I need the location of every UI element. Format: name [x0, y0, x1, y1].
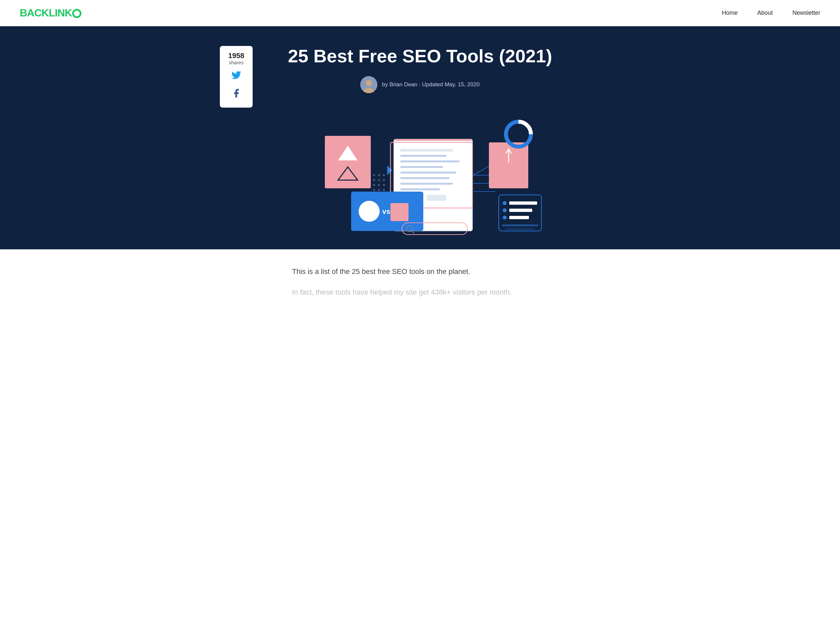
lead-paragraph: This is a list of the 25 best free SEO t… — [292, 266, 548, 277]
logo-text: BACKLINK — [20, 7, 72, 19]
svg-rect-28 — [400, 183, 453, 185]
svg-point-8 — [378, 174, 380, 176]
main-nav: Home About Newsletter — [722, 9, 820, 16]
svg-point-11 — [378, 179, 380, 181]
svg-rect-23 — [400, 155, 446, 157]
svg-rect-25 — [400, 166, 443, 168]
svg-point-1 — [366, 80, 372, 86]
author-row: by Brian Dean · Updated May. 15, 2020 — [272, 76, 568, 93]
svg-rect-22 — [400, 149, 453, 152]
svg-rect-36 — [390, 203, 408, 221]
svg-point-34 — [359, 201, 379, 222]
svg-rect-46 — [509, 209, 532, 212]
article-content: This is a list of the 25 best free SEO t… — [286, 249, 554, 318]
author-avatar — [360, 76, 377, 93]
site-header: BACKLINK Home About Newsletter — [0, 0, 840, 26]
svg-rect-44 — [509, 201, 537, 205]
article-title: 25 Best Free SEO Tools (2021) — [272, 46, 568, 66]
nav-about[interactable]: About — [757, 9, 773, 16]
svg-point-17 — [378, 189, 380, 191]
svg-rect-48 — [509, 216, 529, 219]
svg-point-45 — [503, 208, 507, 212]
svg-rect-50 — [505, 228, 535, 230]
svg-text:vs: vs — [382, 207, 390, 216]
svg-rect-49 — [502, 224, 538, 226]
logo-o-circle — [72, 9, 81, 18]
share-box: 1958 shares — [220, 46, 253, 107]
hero-content: 1958 shares 25 Best Free SEO Tools (2021… — [272, 46, 568, 247]
svg-point-13 — [373, 184, 375, 186]
secondary-paragraph: In fact, these tools have helped my site… — [292, 286, 548, 298]
svg-point-15 — [383, 184, 385, 186]
svg-point-7 — [373, 174, 375, 176]
svg-rect-31 — [427, 195, 446, 201]
hero-illustration: vs — [286, 110, 554, 247]
svg-point-47 — [503, 216, 507, 219]
svg-rect-24 — [400, 160, 459, 163]
svg-rect-21 — [394, 139, 473, 141]
nav-home[interactable]: Home — [722, 9, 738, 16]
svg-rect-29 — [400, 188, 440, 190]
site-logo[interactable]: BACKLINK — [20, 7, 81, 19]
hero-section: 1958 shares 25 Best Free SEO Tools (2021… — [0, 26, 840, 249]
twitter-share-button[interactable] — [231, 70, 241, 83]
share-count: 1958 shares — [228, 52, 244, 65]
nav-newsletter[interactable]: Newsletter — [792, 9, 820, 16]
svg-point-12 — [383, 179, 385, 181]
svg-rect-27 — [400, 177, 450, 179]
svg-point-16 — [373, 189, 375, 191]
facebook-share-button[interactable] — [231, 87, 241, 102]
svg-point-18 — [383, 189, 385, 191]
svg-point-10 — [373, 179, 375, 181]
svg-point-14 — [378, 184, 380, 186]
svg-point-9 — [383, 174, 385, 176]
svg-rect-26 — [400, 172, 456, 173]
svg-point-43 — [503, 201, 507, 205]
author-meta: by Brian Dean · Updated May. 15, 2020 — [382, 81, 479, 88]
